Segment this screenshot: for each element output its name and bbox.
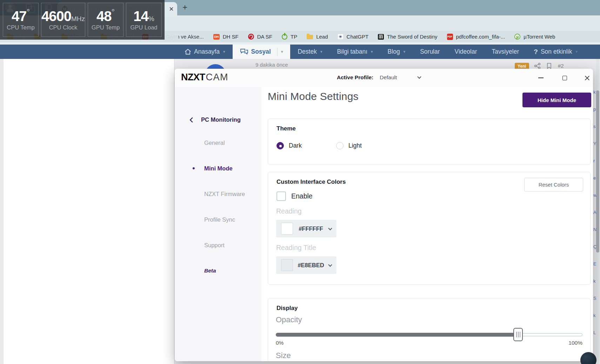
bookmark-item[interactable]: DA SF xyxy=(248,34,272,40)
color-value: #E8EBED xyxy=(293,262,329,269)
color-swatch xyxy=(281,259,293,271)
metric-label: GPU Temp xyxy=(92,24,120,31)
page-title: Mini Mode Settings xyxy=(268,90,359,102)
page-scrollbar-thumb[interactable] xyxy=(596,90,599,252)
reading-label: Reading xyxy=(276,207,302,215)
sidebar-item-general[interactable]: General xyxy=(204,140,225,146)
chevron-down-icon: ▾ xyxy=(320,49,322,54)
nzxt-cam-logo: NZXTCAM xyxy=(181,72,228,83)
window-header[interactable]: NZXTCAM Active Profile: Default xyxy=(175,69,593,87)
bookmark-item[interactable]: TP xyxy=(282,34,297,40)
chevron-left-icon xyxy=(189,117,193,123)
sidebar-item-mini-mode[interactable]: Mini Mode xyxy=(204,165,233,172)
nav-sosyal[interactable]: Sosyal▾ xyxy=(233,45,291,59)
radio-dark-label[interactable]: Dark xyxy=(289,142,302,149)
nav-destek[interactable]: Destek▾ xyxy=(290,45,329,59)
reset-colors-button[interactable]: Reset Colors xyxy=(524,178,583,191)
chevron-down-icon: ▾ xyxy=(223,49,225,54)
folder-icon xyxy=(307,35,313,39)
nav-anasayfa[interactable]: Anasayfa▾ xyxy=(177,45,233,59)
power-icon xyxy=(282,34,287,40)
metric-label: CPU Temp xyxy=(7,24,34,31)
nav-bilgi-tabani[interactable]: Bilgi tabanı▾ xyxy=(329,45,380,59)
opacity-thumb[interactable] xyxy=(513,328,523,341)
bookmark-item[interactable]: pdfcoffee.com_fifa-... xyxy=(447,34,505,40)
divider xyxy=(277,48,278,56)
sidebar-item-profile-sync[interactable]: Profile Sync xyxy=(204,216,235,223)
opacity-fill xyxy=(276,333,518,337)
bookmark-item[interactable]: Lead xyxy=(307,34,328,40)
theme-card: Theme Dark Light xyxy=(268,119,591,165)
opacity-slider[interactable] xyxy=(276,331,582,338)
custom-colors-card: Custom Interface Colors Reset Colors Ena… xyxy=(268,172,591,285)
metric-gpu-load: 14% GPU Load xyxy=(126,3,162,37)
chatgpt-icon xyxy=(338,34,344,40)
nav-tavsiyeler[interactable]: Tavsiyeler xyxy=(484,45,526,59)
metric-gpu-temp: 48° GPU Temp xyxy=(88,3,124,37)
metric-label: GPU Load xyxy=(130,24,157,31)
app-sidebar: PC Monitoring General • Mini Mode NZXT F… xyxy=(175,87,261,361)
nav-son-etkinlik[interactable]: ? Son etkinlik▾ xyxy=(526,45,585,59)
webpage-content-panel xyxy=(4,59,174,364)
reading-color-dropdown[interactable]: #FFFFFF xyxy=(276,220,336,237)
theme-heading: Theme xyxy=(276,125,296,132)
chevron-down-icon: ▾ xyxy=(404,49,406,54)
radio-light-label[interactable]: Light xyxy=(348,142,362,149)
metric-cpu-temp: 47° CPU Temp xyxy=(3,3,39,37)
chevron-down-icon xyxy=(418,75,421,79)
minimize-button[interactable] xyxy=(533,69,549,87)
chevron-down-icon[interactable]: ▾ xyxy=(281,49,283,54)
metric-label: CPU Clock xyxy=(49,24,78,31)
dh-icon xyxy=(213,34,220,40)
metric-cpu-clock: 4600MHz CPU Clock xyxy=(41,3,85,37)
pdf-icon xyxy=(447,34,453,40)
active-item-bullet: • xyxy=(192,164,195,173)
enable-label[interactable]: Enable xyxy=(291,192,313,200)
nzxt-cam-window: NZXTCAM Active Profile: Default PC Monit… xyxy=(175,69,593,361)
chevron-down-icon xyxy=(328,263,332,267)
radio-light[interactable] xyxy=(336,142,344,149)
utorrent-icon xyxy=(514,34,520,40)
active-profile-label: Active Profile: xyxy=(337,74,373,81)
opacity-min: 0% xyxy=(276,340,284,346)
color-swatch xyxy=(281,223,293,235)
chevron-down-icon: ▾ xyxy=(575,49,578,54)
question-icon: ? xyxy=(534,48,538,56)
da-icon xyxy=(248,34,254,40)
opacity-label: Opacity xyxy=(276,315,302,324)
sidebar-item-nzxt-firmware[interactable]: NZXT Firmware xyxy=(204,191,245,197)
nav-videolar[interactable]: Videolar xyxy=(447,45,485,59)
sidebar-item-beta[interactable]: Beta xyxy=(204,268,216,274)
metric-value: 48° xyxy=(96,9,115,23)
bookmark-item[interactable]: ChatGPT xyxy=(338,34,369,40)
nav-blog[interactable]: Blog▾ xyxy=(380,45,413,59)
chat-icon xyxy=(240,48,248,55)
bookmark-item[interactable]: The Sword of Destiny xyxy=(378,34,437,40)
close-button[interactable] xyxy=(579,69,593,87)
active-profile-dropdown[interactable]: Active Profile: Default xyxy=(337,74,421,81)
chevron-down-icon xyxy=(328,226,332,230)
metric-value: 4600MHz xyxy=(41,9,85,23)
sidebar-item-support[interactable]: Support xyxy=(204,242,225,249)
display-heading: Display xyxy=(276,305,298,312)
bookmark-item[interactable]: DH SF xyxy=(213,34,239,40)
home-icon xyxy=(185,49,191,55)
metric-value: 47° xyxy=(12,9,30,23)
chevron-down-icon: ▾ xyxy=(371,49,373,54)
new-tab-button[interactable]: + xyxy=(180,2,190,13)
active-profile-value: Default xyxy=(380,74,397,81)
mini-mode-overlay[interactable]: 47° CPU Temp 4600MHz CPU Clock 48° GPU T… xyxy=(0,0,165,40)
size-label: Size xyxy=(276,351,291,360)
reading-title-color-dropdown[interactable]: #E8EBED xyxy=(276,256,336,274)
tab-close-icon[interactable] xyxy=(169,7,174,11)
nav-sorular[interactable]: Sorular xyxy=(413,45,447,59)
sidebar-back-pc-monitoring[interactable]: PC Monitoring xyxy=(189,116,241,123)
enable-checkbox[interactable] xyxy=(276,191,286,201)
bank-icon xyxy=(378,34,384,40)
opacity-max: 100% xyxy=(568,340,582,346)
post-number[interactable]: #2 xyxy=(558,63,564,69)
radio-dark[interactable] xyxy=(276,142,284,149)
maximize-button[interactable] xyxy=(556,69,573,87)
hide-mini-mode-button[interactable]: Hide Mini Mode xyxy=(522,93,591,107)
bookmark-item[interactable]: µTorrent Web xyxy=(514,34,555,40)
